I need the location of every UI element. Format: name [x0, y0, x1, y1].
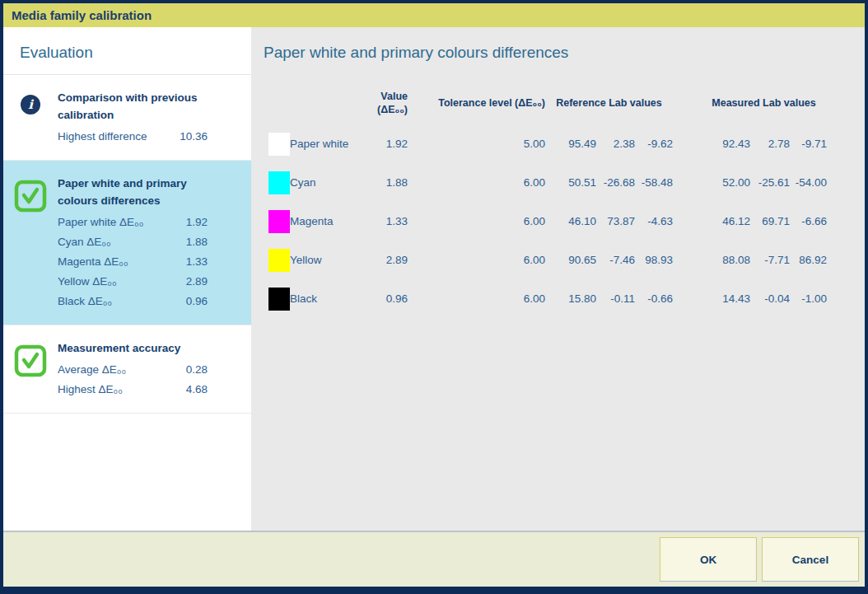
meas-a: -0.04	[750, 279, 790, 318]
color-swatch	[268, 171, 290, 194]
meas-l: 88.08	[701, 241, 750, 279]
ok-button[interactable]: OK	[660, 537, 757, 582]
ref-b: -58.48	[635, 163, 673, 202]
meas-a: 69.71	[750, 202, 790, 241]
metric-row: Magenta ΔE₀₀ 1.33	[58, 252, 208, 272]
measured-lab-header: Measured Lab values	[701, 82, 827, 124]
ref-l: 90.65	[545, 241, 596, 279]
metric-value: 4.68	[186, 380, 208, 400]
meas-b: 86.92	[790, 241, 827, 279]
item-rows: Average ΔE₀₀ 0.28 Highest ΔE₀₀ 4.68	[58, 360, 208, 400]
meas-l: 46.12	[701, 202, 750, 241]
spacer	[673, 241, 701, 279]
icon-column	[3, 175, 58, 311]
color-swatch	[268, 249, 290, 272]
meas-l: 52.00	[701, 163, 750, 202]
sidebar-heading: Evaluation	[20, 44, 251, 62]
metric-value: 10.36	[180, 127, 208, 147]
check-icon	[14, 180, 47, 213]
dialog-titlebar: Media family calibration	[3, 3, 865, 27]
details-panel: Paper white and primary colours differen…	[251, 27, 865, 531]
metric-label: Average ΔE₀₀	[58, 360, 126, 380]
table-row-magenta: Magenta 1.33 6.00 46.10 73.87 -4.63 46.1…	[268, 202, 827, 241]
table-row-cyan: Cyan 1.88 6.00 50.51 -26.68 -58.48 52.00…	[268, 163, 827, 202]
metric-value: 1.92	[186, 213, 208, 232]
colour-name: Paper white	[290, 124, 375, 163]
spacer-column	[673, 82, 701, 124]
ref-b: -0.66	[635, 279, 673, 318]
colour-name: Magenta	[290, 202, 375, 241]
ref-l: 95.49	[545, 124, 596, 163]
item-title: Paper white and primary colours differen…	[58, 175, 208, 209]
page-title: Paper white and primary colours differen…	[264, 44, 865, 62]
reference-lab-header: Reference Lab values	[545, 82, 673, 124]
value-cell: 0.96	[375, 279, 408, 318]
ref-b: 98.93	[635, 241, 673, 279]
metric-row: Cyan ΔE₀₀ 1.88	[58, 232, 208, 252]
item-rows: Paper white ΔE₀₀ 1.92 Cyan ΔE₀₀ 1.88 Mag…	[58, 213, 208, 311]
value-cell: 2.89	[375, 241, 408, 279]
table-row-yellow: Yellow 2.89 6.00 90.65 -7.46 98.93 88.08…	[268, 241, 827, 279]
value-cell: 1.33	[375, 202, 408, 241]
ref-l: 46.10	[545, 202, 596, 241]
spacer	[673, 124, 701, 163]
swatch-cell	[268, 163, 290, 202]
metric-label: Highest difference	[58, 127, 147, 147]
ref-a: -0.11	[596, 279, 635, 318]
media-family-calibration-dialog: Media family calibration Evaluation i Co…	[0, 0, 868, 594]
swatch-cell	[268, 279, 290, 318]
ref-a: -26.68	[596, 163, 635, 202]
sidebar-item-measurement-accuracy[interactable]: Measurement accuracy Average ΔE₀₀ 0.28 H…	[3, 325, 251, 414]
table-row-paper-white: Paper white 1.92 5.00 95.49 2.38 -9.62 9…	[268, 124, 827, 163]
swatch-cell	[268, 241, 290, 279]
name-header	[290, 82, 375, 124]
meas-l: 92.43	[701, 124, 750, 163]
color-swatch	[268, 288, 290, 311]
meas-b: -54.00	[790, 163, 827, 202]
color-swatch	[268, 210, 290, 233]
icon-column	[3, 339, 58, 400]
metric-value: 0.96	[186, 292, 208, 311]
cancel-button[interactable]: Cancel	[762, 537, 859, 582]
metric-value: 2.89	[186, 272, 208, 292]
swatch-cell	[268, 124, 290, 163]
metric-row: Highest ΔE₀₀ 4.68	[58, 380, 208, 400]
tolerance-cell: 6.00	[408, 163, 545, 202]
meas-a: -7.71	[750, 241, 790, 279]
sidebar-item-comparison[interactable]: i Comparison with previous calibration H…	[3, 75, 251, 161]
colour-name: Cyan	[290, 163, 375, 202]
spacer	[673, 202, 701, 241]
metric-label: Cyan ΔE₀₀	[58, 232, 111, 252]
metric-row: Paper white ΔE₀₀ 1.92	[58, 213, 208, 232]
meas-a: -25.61	[750, 163, 790, 202]
meas-b: -9.71	[790, 124, 827, 163]
meas-b: -6.66	[790, 202, 827, 241]
metric-label: Paper white ΔE₀₀	[58, 213, 143, 232]
meas-l: 14.43	[701, 279, 750, 318]
table-row-black: Black 0.96 6.00 15.80 -0.11 -0.66 14.43 …	[268, 279, 827, 318]
sidebar-item-paper-white-differences[interactable]: Paper white and primary colours differen…	[3, 161, 251, 325]
metric-value: 1.88	[186, 232, 208, 252]
tolerance-cell: 6.00	[408, 241, 545, 279]
tolerance-cell: 6.00	[408, 202, 545, 241]
ref-a: 73.87	[596, 202, 635, 241]
ref-a: 2.38	[596, 124, 635, 163]
info-icon: i	[21, 95, 40, 115]
colour-name: Black	[290, 279, 375, 318]
spacer	[673, 163, 701, 202]
dialog-content: Evaluation i Comparison with previous ca…	[3, 27, 865, 531]
tolerance-cell: 6.00	[408, 279, 545, 318]
ref-b: -4.63	[635, 202, 673, 241]
value-cell: 1.88	[375, 163, 408, 202]
metric-value: 0.28	[186, 360, 208, 380]
item-title: Measurement accuracy	[58, 339, 208, 357]
item-body: Comparison with previous calibration Hig…	[58, 89, 208, 147]
spacer	[673, 279, 701, 318]
evaluation-sidebar: Evaluation i Comparison with previous ca…	[3, 27, 251, 531]
metric-label: Yellow ΔE₀₀	[58, 272, 117, 292]
item-rows: Highest difference 10.36	[58, 127, 208, 147]
ref-b: -9.62	[635, 124, 673, 163]
metric-label: Black ΔE₀₀	[58, 292, 112, 311]
swatch-header	[268, 82, 290, 124]
metric-row: Yellow ΔE₀₀ 2.89	[58, 272, 208, 292]
